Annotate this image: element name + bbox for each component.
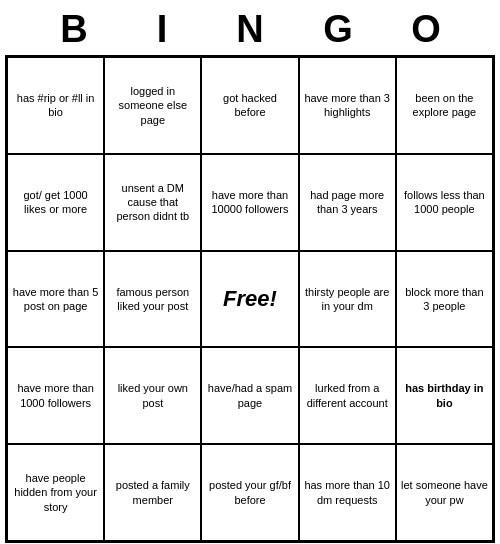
bingo-cell-20[interactable]: have people hidden from your story	[7, 444, 104, 541]
bingo-cell-14[interactable]: block more than 3 people	[396, 251, 493, 348]
bingo-grid: has #rip or #ll in biologged in someone …	[5, 55, 495, 543]
bingo-cell-12[interactable]: Free!	[201, 251, 298, 348]
bingo-cell-23[interactable]: has more than 10 dm requests	[299, 444, 396, 541]
bingo-cell-5[interactable]: got/ get 1000 likes or more	[7, 154, 104, 251]
bingo-cell-10[interactable]: have more than 5 post on page	[7, 251, 104, 348]
bingo-cell-13[interactable]: thirsty people are in your dm	[299, 251, 396, 348]
bingo-cell-4[interactable]: been on the explore page	[396, 57, 493, 154]
bingo-cell-0[interactable]: has #rip or #ll in bio	[7, 57, 104, 154]
bingo-cell-3[interactable]: have more than 3 highlights	[299, 57, 396, 154]
letter-o: O	[382, 8, 470, 51]
bingo-cell-18[interactable]: lurked from a different account	[299, 347, 396, 444]
letter-n: N	[206, 8, 294, 51]
bingo-cell-16[interactable]: liked your own post	[104, 347, 201, 444]
bingo-cell-11[interactable]: famous person liked your post	[104, 251, 201, 348]
bingo-cell-9[interactable]: follows less than 1000 people	[396, 154, 493, 251]
bingo-cell-21[interactable]: posted a family member	[104, 444, 201, 541]
bingo-cell-1[interactable]: logged in someone else page	[104, 57, 201, 154]
letter-i: I	[118, 8, 206, 51]
bingo-cell-22[interactable]: posted your gf/bf before	[201, 444, 298, 541]
bingo-cell-8[interactable]: had page more than 3 years	[299, 154, 396, 251]
bingo-cell-6[interactable]: unsent a DM cause that person didnt tb	[104, 154, 201, 251]
letter-b: B	[30, 8, 118, 51]
bingo-cell-17[interactable]: have/had a spam page	[201, 347, 298, 444]
bingo-cell-7[interactable]: have more than 10000 followers	[201, 154, 298, 251]
bingo-cell-15[interactable]: have more than 1000 followers	[7, 347, 104, 444]
bingo-cell-2[interactable]: got hacked before	[201, 57, 298, 154]
bingo-title: B I N G O	[0, 0, 500, 55]
bingo-cell-19[interactable]: has birthday in bio	[396, 347, 493, 444]
letter-g: G	[294, 8, 382, 51]
bingo-cell-24[interactable]: let someone have your pw	[396, 444, 493, 541]
